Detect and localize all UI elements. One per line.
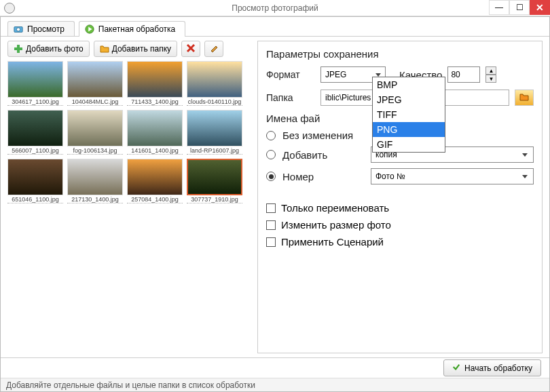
- thumb-caption: land-RP16007.jpg: [187, 146, 242, 155]
- clear-button[interactable]: [204, 41, 223, 57]
- thumb-caption: 1040484MLC.jpg: [67, 98, 123, 106]
- thumbnail[interactable]: 651046_1100.jpg: [7, 159, 63, 206]
- thumb-caption: 711433_1400.jpg: [127, 98, 183, 106]
- window-controls: — ☐ ✕: [489, 0, 550, 15]
- format-label: Формат: [266, 69, 315, 80]
- statusbar: Добавляйте отдельные файлы и целые папки…: [1, 378, 549, 391]
- format-option-bmp[interactable]: BMP: [373, 77, 445, 92]
- titlebar: Просмотр фотографий — ☐ ✕: [0, 0, 550, 16]
- plus-icon: [14, 44, 23, 54]
- thumbnail[interactable]: 141601_1400.jpg: [127, 110, 183, 157]
- check-scenario-label: Применить Сценарий: [281, 236, 384, 248]
- thumb-caption: 217130_1400.jpg: [67, 195, 123, 203]
- add-photo-button[interactable]: Добавить фото: [7, 41, 90, 57]
- thumb-caption: clouds-0140110.jpg: [187, 98, 242, 106]
- folder-label: Папка: [266, 92, 315, 103]
- radio-add-label: Добавить: [282, 149, 364, 161]
- quality-input[interactable]: 80: [447, 66, 480, 83]
- play-icon: [85, 24, 94, 34]
- number-template-combo[interactable]: Фото №: [371, 168, 534, 184]
- thumb-caption: 307737_1910.jpg: [187, 195, 242, 203]
- start-button[interactable]: Начать обработку: [443, 359, 541, 376]
- button-label: Добавить фото: [26, 44, 84, 54]
- button-label: Добавить папку: [112, 44, 171, 54]
- check-rename-only[interactable]: [266, 203, 276, 213]
- status-text: Добавляйте отдельные файлы и целые папки…: [6, 380, 255, 390]
- svg-rect-4: [14, 47, 22, 50]
- thumbnail[interactable]: 711433_1400.jpg: [127, 61, 183, 109]
- number-template-value: Фото №: [375, 172, 405, 181]
- radio-add[interactable]: [266, 150, 276, 159]
- thumb-caption: 304617_1100.jpg: [7, 98, 63, 106]
- radio-number[interactable]: [266, 172, 276, 181]
- check-icon: [452, 363, 460, 373]
- tab-batch[interactable]: Пакетная обработка: [79, 21, 185, 37]
- thumbnail[interactable]: land-RP16007.jpg: [187, 110, 242, 157]
- format-value: JPEG: [325, 70, 346, 79]
- thumb-caption: 141601_1400.jpg: [127, 146, 183, 155]
- add-folder-button[interactable]: Добавить папку: [94, 41, 177, 57]
- thumb-caption: 566007_1100.jpg: [7, 146, 63, 155]
- thumb-caption: 651046_1100.jpg: [7, 195, 63, 203]
- folder-value: iblic\Pictures: [325, 93, 371, 102]
- check-resize[interactable]: [266, 220, 276, 230]
- main-window: Просмотр Пакетная обработка Добавить фот…: [0, 16, 550, 392]
- thumbnail[interactable]: 217130_1400.jpg: [67, 159, 123, 206]
- right-panel: Параметры сохранения Формат JPEG Качеств…: [257, 41, 543, 353]
- tab-label: Пакетная обработка: [98, 24, 175, 34]
- left-panel: Добавить фото Добавить папку: [7, 41, 252, 353]
- close-button[interactable]: ✕: [530, 0, 550, 15]
- format-option-png[interactable]: PNG: [373, 122, 445, 137]
- folder-icon: [100, 44, 109, 54]
- thumbnail-grid: 304617_1100.jpg 1040484MLC.jpg 711433_14…: [7, 61, 252, 353]
- spin-up[interactable]: ▲: [485, 66, 496, 75]
- quality-spinner: ▲ ▼: [485, 66, 496, 83]
- format-dropdown: BMP JPEG TIFF PNG GIF: [372, 77, 445, 153]
- thumb-caption: fog-1006134.jpg: [67, 146, 123, 155]
- minimize-button[interactable]: —: [489, 0, 509, 15]
- tab-view[interactable]: Просмотр: [7, 21, 75, 37]
- footer: Начать обработку: [1, 357, 549, 378]
- check-scenario[interactable]: [266, 237, 276, 247]
- radio-no-change-label: Без изменения: [282, 130, 364, 141]
- folder-icon: [519, 92, 529, 104]
- thumbnail[interactable]: 307737_1910.jpg: [187, 159, 242, 206]
- check-rename-only-label: Только переименовать: [281, 202, 389, 214]
- thumbnail[interactable]: fog-1006134.jpg: [67, 110, 123, 157]
- content-area: Добавить фото Добавить папку: [1, 36, 549, 357]
- save-params-title: Параметры сохранения: [266, 48, 534, 60]
- left-toolbar: Добавить фото Добавить папку: [7, 41, 252, 57]
- delete-icon: [186, 43, 196, 55]
- radio-number-label: Номер: [282, 171, 364, 182]
- radio-no-change[interactable]: [266, 131, 276, 140]
- browse-folder-button[interactable]: [515, 90, 534, 106]
- delete-button[interactable]: [181, 41, 200, 57]
- format-option-jpeg[interactable]: JPEG: [373, 92, 445, 107]
- thumb-caption: 257084_1400.jpg: [127, 195, 183, 203]
- app-icon: [4, 3, 15, 14]
- check-resize-label: Изменить размер фото: [281, 219, 391, 231]
- tab-label: Просмотр: [27, 24, 65, 34]
- thumbnail[interactable]: 566007_1100.jpg: [7, 110, 63, 157]
- thumbnail[interactable]: 257084_1400.jpg: [127, 159, 183, 206]
- svg-point-1: [16, 28, 20, 31]
- camera-icon: [14, 24, 23, 34]
- format-option-tiff[interactable]: TIFF: [373, 107, 445, 122]
- thumbnail[interactable]: 1040484MLC.jpg: [67, 61, 123, 109]
- format-option-gif[interactable]: GIF: [373, 137, 445, 152]
- tab-strip: Просмотр Пакетная обработка: [1, 17, 549, 37]
- start-label: Начать обработку: [464, 364, 532, 373]
- thumbnail[interactable]: clouds-0140110.jpg: [187, 61, 242, 109]
- brush-icon: [209, 43, 219, 55]
- quality-value: 80: [451, 70, 460, 79]
- window-title: Просмотр фотографий: [232, 3, 318, 13]
- maximize-button[interactable]: ☐: [509, 0, 530, 15]
- thumbnail[interactable]: 304617_1100.jpg: [7, 61, 63, 109]
- spin-down[interactable]: ▼: [485, 75, 496, 83]
